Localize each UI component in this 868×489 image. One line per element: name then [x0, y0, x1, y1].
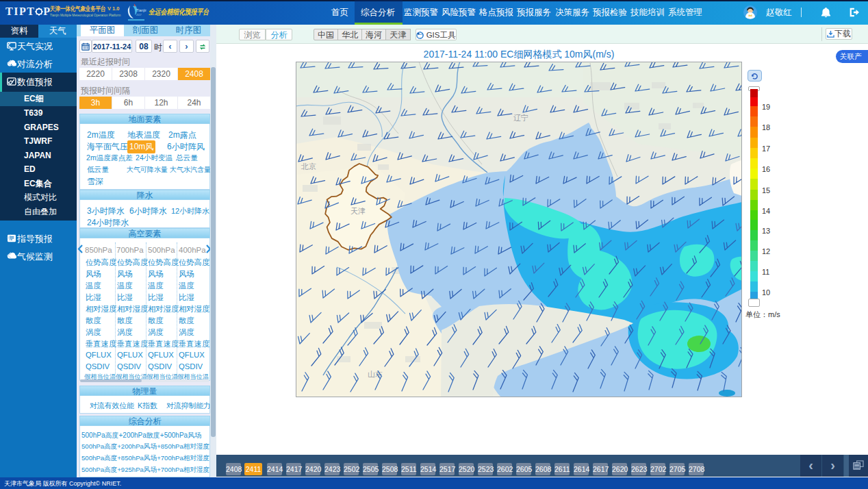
- svg-text:北京: 北京: [301, 162, 316, 171]
- svg-text:天津: 天津: [350, 207, 366, 215]
- svg-text:Tianjin: Tianjin: [136, 8, 146, 12]
- svg-text:2017: 2017: [136, 14, 142, 16]
- svg-text:辽宁: 辽宁: [513, 114, 528, 122]
